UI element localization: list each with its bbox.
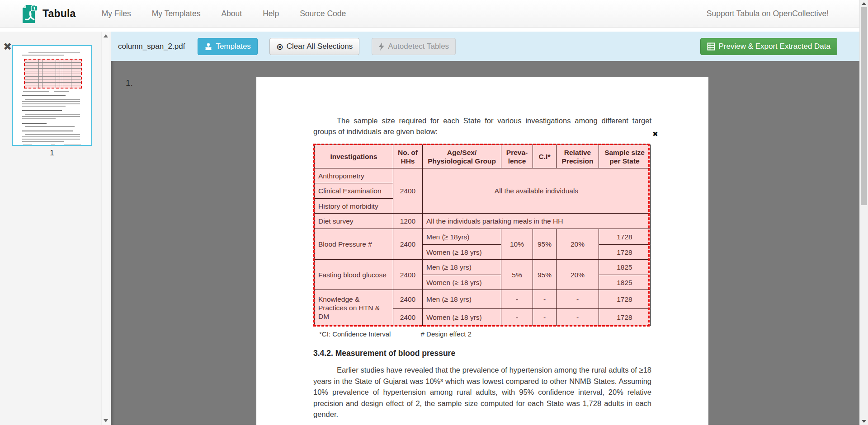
- thumbnail-page-number: 1: [12, 149, 92, 158]
- thumbnail-sketch-line: [22, 103, 80, 104]
- table-selection-overlay[interactable]: [313, 144, 650, 327]
- footnote-design-effect: # Design effect 2: [421, 330, 472, 338]
- sidebar-scrollbar[interactable]: [101, 32, 109, 425]
- remove-page-icon[interactable]: ✖: [3, 42, 12, 52]
- thumbnail-sketch-line: [23, 91, 49, 92]
- footnote-ci: *CI: Confidence Interval: [319, 330, 391, 338]
- thumbnail-sketch-line: [25, 99, 80, 100]
- autodetect-tables-button[interactable]: Autodetect Tables: [372, 38, 456, 55]
- thumbnail-sketch-line: [22, 136, 80, 137]
- navbar-gap: [0, 28, 859, 32]
- thumbnail-grid-line: [25, 74, 81, 74]
- nav-item-source-code[interactable]: Source Code: [289, 9, 356, 19]
- tabula-app: Tabula My Files My Templates About Help …: [0, 0, 868, 425]
- templates-stamp-icon: [204, 42, 212, 51]
- thumbnail-grid-line: [25, 82, 81, 83]
- thumbnail-sketch-line: [22, 131, 73, 131]
- thumbnail-sketch-line: [54, 91, 69, 92]
- thumbnail-grid-line: [25, 71, 81, 71]
- thumbnail-sketch-line: [51, 145, 55, 145]
- nav-menu: My Files My Templates About Help Source …: [91, 0, 357, 27]
- page-label: 1.: [126, 78, 133, 88]
- scroll-up-icon[interactable]: [104, 34, 108, 37]
- export-button-label: Preview & Export Extracted Data: [718, 42, 830, 51]
- brand-link[interactable]: Tabula: [20, 3, 76, 24]
- nav-item-help[interactable]: Help: [252, 9, 289, 19]
- thumbnail-sketch-line: [22, 55, 64, 56]
- thumbnail-sketch-line: [22, 123, 47, 124]
- autodetect-button-label: Autodetect Tables: [388, 42, 449, 51]
- content-column: Tabula My Files My Templates About Help …: [0, 0, 859, 425]
- navbar: Tabula My Files My Templates About Help …: [0, 0, 859, 28]
- thumbnail-sketch-line: [22, 139, 80, 140]
- selection-close-icon[interactable]: ✖: [652, 130, 658, 138]
- page-thumbnail-sidebar: ✖ 1: [0, 32, 111, 425]
- pdf-filename: column_span_2.pdf: [118, 42, 185, 51]
- table-footnote: *CI: Confidence Interval # Design effect…: [319, 330, 500, 338]
- thumbnail-grid-line: [25, 79, 81, 79]
- clear-circle-x-icon: ⊗: [276, 42, 283, 51]
- nav-item-my-templates[interactable]: My Templates: [142, 9, 211, 19]
- thumbnail-sketch-line: [25, 126, 75, 127]
- nav-item-my-files[interactable]: My Files: [91, 9, 142, 19]
- scrollbar-up-icon[interactable]: [862, 2, 866, 5]
- support-link[interactable]: Support Tabula on OpenCollective!: [707, 9, 829, 19]
- scrollbar-down-icon[interactable]: [862, 420, 866, 423]
- preview-export-button[interactable]: Preview & Export Extracted Data: [700, 38, 837, 55]
- tabula-logo-icon: [20, 3, 38, 24]
- section-heading: 3.4.2. Measurement of blood pressure: [313, 349, 455, 358]
- pdf-page[interactable]: The sample size required for each State …: [256, 77, 708, 425]
- scroll-down-icon[interactable]: [104, 419, 108, 422]
- body-row: ✖ 1 column_span_2.pdf: [0, 32, 859, 425]
- main-panel: column_span_2.pdf Templates ⊗: [111, 32, 859, 425]
- document-intro-paragraph: The sample size required for each State …: [313, 115, 651, 137]
- pdf-viewer: 1. The sample size required for each Sta…: [111, 61, 859, 425]
- toolbar: column_span_2.pdf Templates ⊗: [111, 32, 859, 61]
- thumbnail-sketch-line: [64, 145, 81, 145]
- thumbnail-grid-line: [25, 68, 81, 69]
- thumbnail-sketch-line: [22, 116, 80, 117]
- thumbnail-sketch-line: [22, 110, 62, 111]
- scrollbar-thumb[interactable]: [861, 7, 867, 205]
- templates-button-label: Templates: [216, 42, 250, 51]
- brand-name: Tabula: [42, 8, 76, 20]
- thumbnail-preview: [13, 46, 91, 145]
- thumbnail-grid-line: [25, 62, 81, 63]
- page-thumbnail[interactable]: [12, 45, 92, 146]
- thumbnail-sketch-line: [28, 52, 80, 53]
- thumbnail-sketch-line: [25, 114, 80, 115]
- thumbnail-sketch-line: [22, 141, 64, 142]
- thumbnail-sketch-line: [23, 145, 32, 145]
- thumbnail-grid-line: [25, 76, 81, 77]
- thumbnail-grid-line: [25, 85, 81, 85]
- browser-scrollbar[interactable]: [859, 0, 868, 425]
- thumbnail-sketch-line: [22, 95, 66, 96]
- thumbnail-sketch-line: [22, 118, 56, 119]
- nav-item-about[interactable]: About: [211, 9, 252, 19]
- document-body-paragraph: Earlier studies have revealed that the p…: [313, 364, 651, 420]
- spreadsheet-icon: [707, 42, 715, 51]
- thumbnail-sketch-line: [22, 106, 66, 107]
- lightning-bolt-icon: [378, 42, 385, 51]
- thumbnail-grid-line: [25, 65, 81, 65]
- thumbnail-sketch-line: [22, 101, 80, 102]
- clear-all-selections-button[interactable]: ⊗ Clear All Selections: [269, 38, 359, 55]
- thumbnail-sketch-line: [25, 134, 80, 135]
- templates-button[interactable]: Templates: [198, 38, 257, 55]
- clear-button-label: Clear All Selections: [287, 42, 353, 51]
